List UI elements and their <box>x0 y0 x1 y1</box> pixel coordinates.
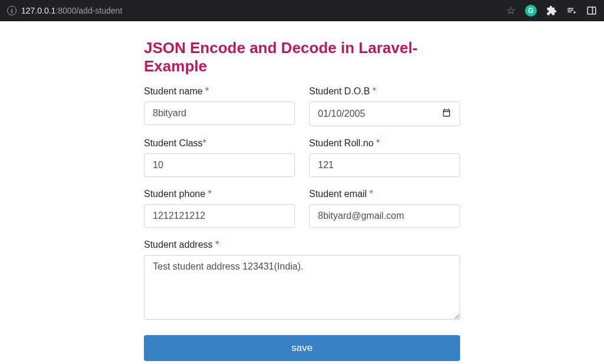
student-name-input[interactable] <box>144 101 295 125</box>
required-asterisk: * <box>373 86 376 96</box>
student-rollno-input[interactable] <box>309 153 460 177</box>
form-row: Student address * <box>144 240 460 320</box>
label-student-email: Student email * <box>309 189 460 199</box>
form-group-rollno: Student Roll.no * <box>309 138 460 177</box>
required-asterisk: * <box>205 86 209 96</box>
label-student-phone: Student phone * <box>144 189 295 199</box>
grammarly-icon[interactable]: G <box>525 5 537 17</box>
address-bar-icons: ☆ G <box>506 4 597 17</box>
save-button[interactable]: save <box>144 335 460 361</box>
url-host: 127.0.0.1 <box>21 6 55 15</box>
reading-list-icon[interactable] <box>566 5 577 16</box>
label-student-name: Student name * <box>144 86 295 97</box>
label-student-rollno: Student Roll.no * <box>309 138 460 149</box>
form-group-name: Student name * <box>144 86 295 126</box>
label-student-address: Student address * <box>144 240 460 250</box>
student-address-textarea[interactable] <box>144 255 460 320</box>
bookmark-star-icon[interactable]: ☆ <box>506 4 516 17</box>
form-group-class: Student Class* <box>144 138 295 177</box>
student-phone-input[interactable] <box>144 204 295 228</box>
form-group-dob: Student D.O.B * 01/10/2005 <box>309 86 460 126</box>
label-student-class: Student Class* <box>144 138 295 149</box>
info-icon[interactable]: i <box>7 6 17 15</box>
form-group-email: Student email * <box>309 189 460 228</box>
url-display[interactable]: 127.0.0.1:8000/add-student <box>21 6 501 15</box>
main-container: JSON Encode and Decode in Laravel-Exampl… <box>137 39 467 361</box>
required-asterisk: * <box>376 138 380 148</box>
svg-rect-0 <box>587 7 596 14</box>
page-title: JSON Encode and Decode in Laravel-Exampl… <box>144 39 460 76</box>
required-asterisk: * <box>369 189 373 199</box>
student-dob-input[interactable]: 01/10/2005 <box>309 101 460 126</box>
required-asterisk: * <box>203 138 206 148</box>
dob-value: 01/10/2005 <box>318 109 365 119</box>
side-panel-icon[interactable] <box>586 5 597 16</box>
required-asterisk: * <box>215 240 219 250</box>
form-row: Student phone * Student email * <box>144 189 460 228</box>
label-student-dob: Student D.O.B * <box>309 86 460 97</box>
extensions-puzzle-icon[interactable] <box>546 5 557 16</box>
student-class-input[interactable] <box>144 153 295 177</box>
browser-address-bar: i 127.0.0.1:8000/add-student ☆ G <box>0 0 604 21</box>
student-email-input[interactable] <box>309 204 460 228</box>
form-group-address: Student address * <box>144 240 460 320</box>
required-asterisk: * <box>208 189 212 199</box>
calendar-icon[interactable] <box>442 108 451 120</box>
form-group-phone: Student phone * <box>144 189 295 228</box>
form-row: Student name * Student D.O.B * 01/10/200… <box>144 86 460 126</box>
form-row: Student Class* Student Roll.no * <box>144 138 460 177</box>
